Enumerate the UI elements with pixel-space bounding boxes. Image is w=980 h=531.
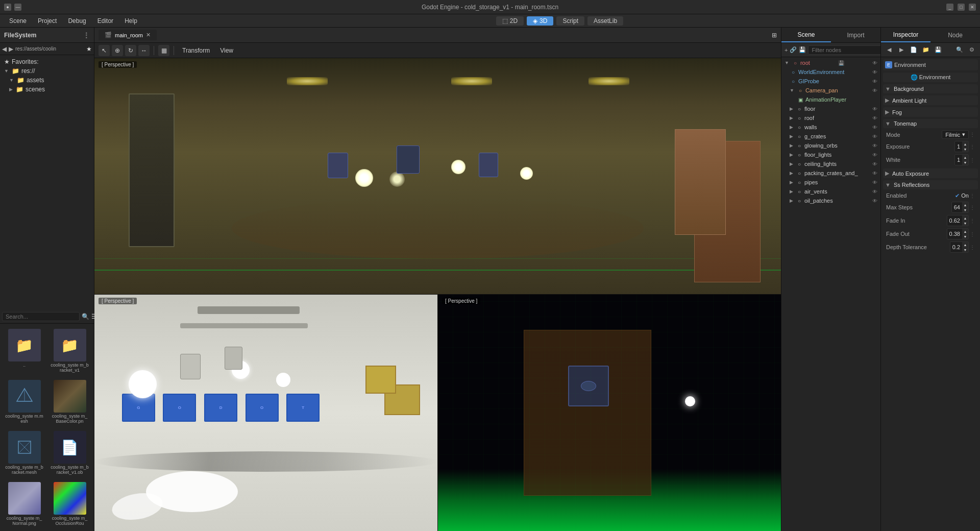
depthtol-decrement-button[interactable]: ▼: [962, 247, 968, 252]
favorites-icon[interactable]: ★: [86, 45, 92, 53]
tab-main-room[interactable]: 🎬 main_room ✕: [99, 30, 157, 40]
ambient-light-section-header[interactable]: ▶ Ambient Light: [883, 95, 978, 105]
list-item[interactable]: cooling_syste m_bracket.mesh: [3, 429, 45, 477]
mode-3d-button[interactable]: ◈ 3D: [527, 16, 553, 26]
visibility-icon[interactable]: 👁: [872, 79, 877, 84]
tab-node[interactable]: Node: [930, 29, 980, 42]
list-item[interactable]: 📄 cooling_syste m_bracket_v1.ob: [48, 429, 91, 477]
scene-node-worldenv[interactable]: ○ WorldEnvironment 👁: [782, 67, 879, 77]
visibility-icon[interactable]: 👁: [872, 180, 877, 185]
new-resource-button[interactable]: 📄: [909, 45, 919, 55]
visibility-icon[interactable]: 👁: [872, 134, 877, 139]
scene-node-animplayer[interactable]: ▣ AnimationPlayer: [782, 95, 879, 104]
viewport-bottom-right[interactable]: [ Perspective ]: [438, 295, 781, 531]
move-tool[interactable]: ⊕: [112, 45, 123, 56]
menu-project[interactable]: Project: [33, 16, 62, 26]
scene-node-airvents[interactable]: ▶ ○ air_vents 👁: [782, 187, 879, 196]
fog-section-header[interactable]: ▶ Fog: [883, 107, 978, 117]
menu-debug[interactable]: Debug: [63, 16, 91, 26]
scene-node-camerapan[interactable]: ▼ ○ Camera_pan 👁: [782, 86, 879, 95]
scene-node-pipes[interactable]: ▶ ○ pipes 👁: [782, 178, 879, 187]
visibility-icon[interactable]: 👁: [872, 171, 877, 176]
fadein-menu-icon[interactable]: ⋮: [970, 218, 975, 224]
visibility-icon[interactable]: 👁: [872, 189, 877, 195]
filter-nodes-input[interactable]: [808, 45, 886, 55]
file-search-input[interactable]: [2, 312, 80, 321]
save-resource-button[interactable]: 💾: [933, 45, 943, 55]
maxsteps-decrement-button[interactable]: ▼: [962, 207, 968, 212]
list-item[interactable]: cooling_syste m_BaseColor.pn: [48, 378, 91, 426]
save-scene-button[interactable]: 💾: [799, 45, 806, 55]
tonemap-section-header[interactable]: ▼ Tonemap: [883, 119, 978, 128]
fadeout-decrement-button[interactable]: ▼: [962, 234, 968, 239]
visibility-icon[interactable]: 👁: [872, 125, 877, 130]
fadein-increment-button[interactable]: ▲: [962, 215, 968, 221]
inspector-forward-button[interactable]: ▶: [896, 45, 906, 55]
select-tool[interactable]: ↖: [99, 45, 110, 56]
ss-reflections-section-header[interactable]: ▼ Ss Reflections: [883, 180, 978, 189]
window-minimize-button[interactable]: _: [946, 4, 953, 11]
scene-node-packingcrates[interactable]: ▶ ○ packing_crates_and_ 👁: [782, 168, 879, 178]
white-menu-icon[interactable]: ⋮: [970, 157, 975, 163]
window-maximize-button[interactable]: □: [958, 4, 965, 11]
depthtol-menu-icon[interactable]: ⋮: [970, 245, 975, 250]
scenes-folder-item[interactable]: ▶ 📁 scenes: [2, 85, 92, 94]
window-close-button[interactable]: ✕: [969, 4, 976, 11]
checkbox-checked-icon[interactable]: ✔: [955, 192, 960, 199]
menu-scene[interactable]: Scene: [4, 16, 32, 26]
exposure-menu-icon[interactable]: ⋮: [970, 144, 975, 150]
tab-import[interactable]: Import: [831, 29, 880, 42]
fadeout-increment-button[interactable]: ▲: [962, 229, 968, 234]
scene-node-oilpatches[interactable]: ▶ ○ oil_patches 👁: [782, 196, 879, 205]
exposure-decrement-button[interactable]: ▼: [962, 147, 968, 152]
snap-tool[interactable]: ▦: [158, 45, 169, 56]
visibility-icon[interactable]: 👁: [872, 152, 877, 158]
scene-node-ceilinglights[interactable]: ▶ ○ ceiling_lights 👁: [782, 159, 879, 168]
filesystem-menu-icon[interactable]: ⋮: [83, 31, 90, 39]
visibility-icon[interactable]: 💾: [838, 60, 844, 66]
list-item[interactable]: 📁 ..: [3, 327, 45, 375]
scene-node-glowingorbs[interactable]: ▶ ○ glowing_orbs 👁: [782, 141, 879, 150]
res-root-item[interactable]: ▼ 📁 res://: [2, 66, 92, 76]
tab-inspector[interactable]: Inspector: [881, 28, 930, 42]
minimize-icon[interactable]: —: [14, 4, 21, 11]
viewport-expand-button[interactable]: ⊞: [772, 32, 777, 39]
tab-scene[interactable]: Scene: [781, 28, 831, 42]
scene-node-giprobe[interactable]: ○ GIProbe 👁: [782, 77, 879, 86]
depthtol-increment-button[interactable]: ▲: [962, 242, 968, 247]
mode-2d-button[interactable]: ⬚ 2D: [496, 16, 524, 26]
tonemap-mode-menu-icon[interactable]: ⋮: [970, 132, 975, 137]
white-decrement-button[interactable]: ▼: [962, 160, 968, 165]
scene-node-roof[interactable]: ▶ ○ roof 👁: [782, 113, 879, 123]
visibility-icon[interactable]: 👁: [872, 198, 877, 204]
rotate-tool[interactable]: ↻: [125, 45, 136, 56]
enabled-menu-icon[interactable]: ⋮: [970, 193, 975, 199]
fadein-decrement-button[interactable]: ▼: [962, 221, 968, 226]
transform-menu[interactable]: Transform: [178, 46, 214, 55]
nav-back-icon[interactable]: ◀: [2, 45, 7, 53]
tonemap-mode-select[interactable]: Filmic ▾: [942, 130, 969, 139]
assets-folder-item[interactable]: ▼ 📁 assets: [2, 76, 92, 85]
list-item[interactable]: 📁 cooling_syste m_bracket_v1: [48, 327, 91, 375]
mode-script-button[interactable]: Script: [556, 16, 584, 26]
list-item[interactable]: cooling_syste m.mesh: [3, 378, 45, 426]
nav-forward-icon[interactable]: ▶: [9, 45, 13, 53]
scene-node-floor[interactable]: ▶ ○ floor 👁: [782, 104, 879, 113]
viewport-bottom-left[interactable]: [ Perspective ] G O D O T: [94, 295, 438, 531]
link-node-button[interactable]: 🔗: [790, 45, 797, 55]
scene-node-gcrates[interactable]: ▶ ○ g_crates 👁: [782, 132, 879, 141]
white-increment-button[interactable]: ▲: [962, 155, 968, 160]
scene-node-root[interactable]: ▼ ○ root 💾 👁: [782, 58, 879, 67]
mode-assetlib-button[interactable]: AssetLib: [587, 16, 623, 26]
tab-close-button[interactable]: ✕: [146, 32, 151, 38]
load-resource-button[interactable]: 📁: [921, 45, 931, 55]
background-section-header[interactable]: ▼ Background: [883, 84, 978, 93]
scene-node-walls[interactable]: ▶ ○ walls 👁: [782, 123, 879, 132]
inspector-search-button[interactable]: 🔍: [954, 45, 965, 55]
scale-tool[interactable]: ↔: [138, 45, 150, 56]
inspector-settings-button[interactable]: ⚙: [967, 45, 977, 55]
fadeout-menu-icon[interactable]: ⋮: [970, 231, 975, 237]
visibility-icon[interactable]: 👁: [872, 88, 877, 93]
auto-exposure-section-header[interactable]: ▶ Auto Exposure: [883, 168, 978, 178]
exposure-increment-button[interactable]: ▲: [962, 141, 968, 147]
